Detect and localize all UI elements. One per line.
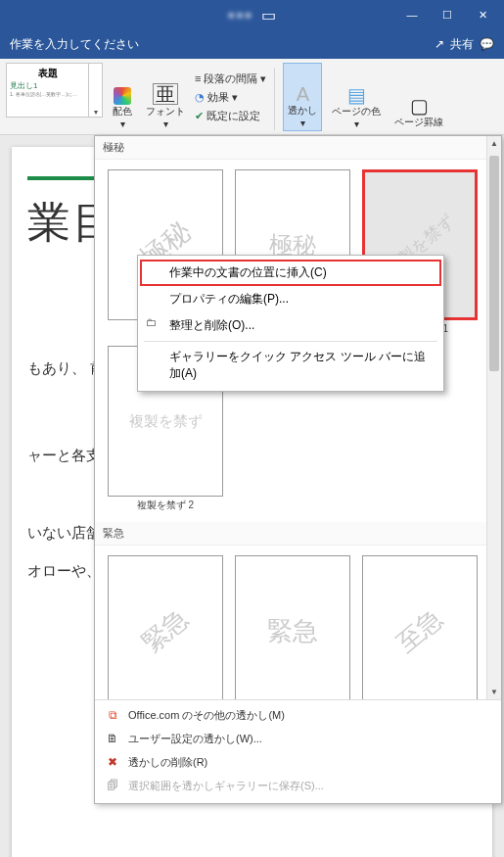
gallery-grid-2: 緊急 緊急 1 緊急 緊急 2 至急 至急 1: [95, 546, 501, 699]
wm-text: 緊急: [267, 614, 318, 648]
chevron-down-icon: ▾: [120, 119, 125, 129]
paragraph-spacing-button[interactable]: ≡ 段落の間隔 ▾: [195, 70, 266, 88]
set-default-label: 既定に設定: [206, 109, 260, 123]
page-borders-icon: ▢: [410, 96, 429, 116]
page-borders-label: ページ罫線: [394, 116, 443, 129]
effects-label: 効果: [207, 90, 229, 105]
style-set-preview[interactable]: 表題 見出し1 1. 各単位語名(…英数字…)に…: [6, 63, 89, 118]
gallery-footer: ⧉ Office.com のその他の透かし(M) 🗎 ユーザー設定の透かし(W)…: [95, 699, 501, 803]
office-icon: ⧉: [105, 707, 120, 723]
title-blurred: ■■■: [228, 9, 253, 21]
scroll-up-icon[interactable]: ▲: [487, 136, 501, 151]
colors-label: 配色: [113, 105, 132, 119]
watermark-item[interactable]: 至急 至急 1: [361, 555, 479, 699]
minimize-button[interactable]: —: [394, 0, 430, 29]
watermark-gallery: 極秘 極秘 極秘 複製を禁ず 複製を禁ず 1 複製を禁ず 複製を禁ず 2 緊急 …: [94, 135, 502, 804]
watermark-item[interactable]: 緊急 緊急 1: [107, 555, 224, 699]
page-color-icon: ▤: [347, 85, 366, 105]
checkmark-icon: ✔: [195, 110, 204, 122]
share-icon[interactable]: ↗: [435, 37, 444, 51]
context-menu: 作業中の文書の位置に挿入(C) プロパティの編集(P)... 🗀 整理と削除(O…: [137, 255, 444, 392]
ctx-add-to-qat[interactable]: ギャラリーをクイック アクセス ツール バーに追加(A): [140, 344, 441, 387]
ctx-insert-label: 作業中の文書の位置に挿入(C): [169, 265, 327, 279]
watermark-item[interactable]: 緊急 緊急 2: [234, 555, 351, 699]
scroll-thumb[interactable]: [489, 156, 499, 371]
share-label[interactable]: 共有: [450, 36, 474, 53]
ctx-separator: [144, 341, 437, 342]
paragraph-spacing-icon: ≡: [195, 72, 201, 84]
ribbon-separator: [274, 68, 275, 130]
save-selection-button: 🗐 選択範囲を透かしギャラリーに保存(S)...: [95, 774, 501, 797]
page-color-button[interactable]: ▤ ページの色 ▾: [328, 63, 385, 131]
paragraph-spacing-label: 段落の間隔: [204, 71, 257, 86]
custom-watermark-label: ユーザー設定の透かし(W)...: [128, 732, 262, 746]
more-office-label: Office.com のその他の透かし(M): [128, 708, 285, 723]
set-default-button[interactable]: ✔ 既定に設定: [195, 107, 266, 125]
font-icon: 亜: [153, 83, 178, 105]
chevron-down-icon: ▾: [163, 119, 168, 129]
ctx-organize-delete[interactable]: 🗀 整理と削除(O)...: [140, 312, 441, 339]
remove-watermark-label: 透かしの削除(R): [128, 755, 207, 770]
style-heading1: 見出し1: [10, 80, 85, 91]
save-selection-icon: 🗐: [105, 778, 120, 793]
gallery-scrollbar[interactable]: ▲ ▼: [486, 136, 501, 699]
effects-icon: ◔: [195, 91, 205, 104]
wm-caption: 複製を禁ず 2: [137, 499, 194, 512]
tell-me-bar: 作業を入力してください ↗ 共有 💬: [0, 29, 504, 59]
ctx-organize-label: 整理と削除(O)...: [169, 318, 254, 332]
chevron-down-icon: ▾: [300, 118, 305, 128]
gallery-section-urgent: 緊急: [95, 522, 501, 546]
ribbon-display-options-icon[interactable]: ▭: [261, 6, 276, 24]
remove-watermark-button[interactable]: ✖ 透かしの削除(R): [95, 750, 501, 774]
page-borders-button[interactable]: ▢ ページ罫線: [390, 63, 447, 131]
style-title: 表題: [10, 67, 85, 80]
tell-me-input[interactable]: 作業を入力してください: [10, 36, 139, 53]
wm-text: 緊急: [135, 601, 196, 660]
watermark-label: 透かし: [288, 104, 317, 118]
comments-icon[interactable]: 💬: [480, 37, 494, 51]
colors-button[interactable]: 配色 ▾: [109, 63, 136, 131]
chevron-down-icon: ▾: [354, 119, 359, 129]
custom-watermark-icon: 🗎: [105, 731, 120, 746]
palette-icon: [114, 87, 131, 105]
title-bar: ■■■ ▭ — ☐ ✕: [0, 0, 504, 29]
ctx-edit-properties[interactable]: プロパティの編集(P)...: [140, 286, 441, 312]
fonts-label: フォント: [146, 105, 185, 119]
watermark-icon: A: [297, 84, 309, 104]
maximize-button[interactable]: ☐: [430, 0, 465, 29]
effects-button[interactable]: ◔ 効果 ▾: [195, 88, 266, 107]
ctx-edit-props-label: プロパティの編集(P)...: [169, 292, 289, 306]
wm-text: 至急: [389, 601, 450, 660]
folder-icon: 🗀: [146, 316, 161, 332]
scroll-down-icon[interactable]: ▼: [487, 685, 501, 699]
close-button[interactable]: ✕: [465, 0, 500, 29]
more-from-office-button[interactable]: ⧉ Office.com のその他の透かし(M): [95, 703, 501, 727]
chevron-down-icon: ▾: [232, 91, 238, 104]
remove-watermark-icon: ✖: [105, 754, 120, 770]
chevron-down-icon: ▾: [260, 72, 266, 85]
custom-watermark-button[interactable]: 🗎 ユーザー設定の透かし(W)...: [95, 727, 501, 750]
watermark-button[interactable]: A 透かし ▾: [283, 63, 322, 131]
ctx-insert-at-position[interactable]: 作業中の文書の位置に挿入(C): [140, 260, 441, 286]
ribbon: 表題 見出し1 1. 各単位語名(…英数字…)に… ▾ 配色 ▾ 亜 フォント …: [0, 59, 504, 135]
fonts-button[interactable]: 亜 フォント ▾: [142, 63, 189, 131]
gallery-section-confidential: 極秘: [95, 136, 501, 160]
ctx-add-qat-label: ギャラリーをクイック アクセス ツール バーに追加(A): [169, 350, 426, 380]
style-set-more[interactable]: ▾: [89, 63, 103, 118]
style-body-sample: 1. 各単位語名(…英数字…)に…: [10, 91, 85, 98]
page-color-label: ページの色: [332, 105, 381, 119]
wm-text: 複製を禁ず: [129, 412, 203, 431]
save-selection-label: 選択範囲を透かしギャラリーに保存(S)...: [128, 779, 324, 793]
